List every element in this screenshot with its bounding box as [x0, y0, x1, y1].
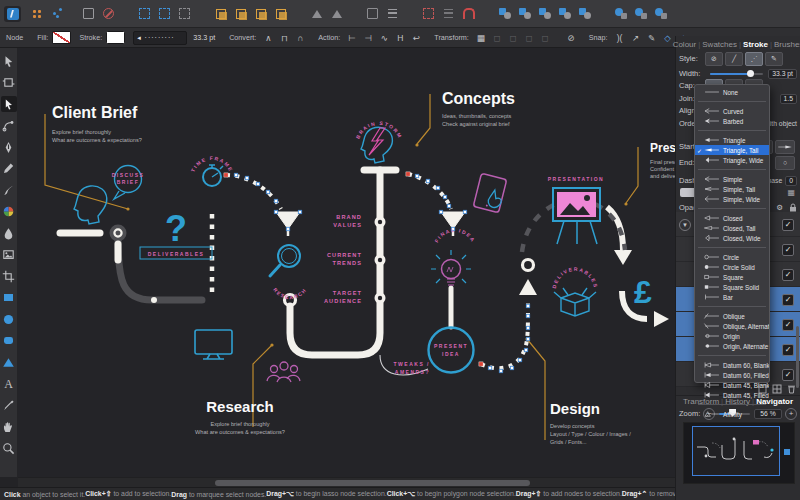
tab-colour[interactable]: Colour [673, 40, 697, 49]
insert-behind-icon[interactable] [212, 6, 229, 22]
boolean-divide-icon[interactable] [556, 6, 573, 22]
horizontal-scrollbar-thumb[interactable] [215, 480, 530, 486]
layer-visibility-checkbox[interactable]: ✓ [782, 294, 794, 306]
menu-item-circlesolid[interactable]: Circle Solid [695, 262, 769, 272]
tab-brushes[interactable]: Brushes [774, 40, 800, 49]
boolean-add-icon[interactable] [496, 6, 513, 22]
menu-item-tritall[interactable]: ✓Triangle, Tall [695, 145, 769, 155]
menu-item-curved[interactable]: Curved [695, 106, 769, 116]
flip-icon[interactable] [328, 6, 345, 22]
tablet-hand-icon[interactable] [473, 173, 506, 212]
layer-expand-icon[interactable]: ▼ [679, 219, 691, 231]
pixel-persona-icon[interactable] [24, 6, 41, 22]
funnel-markers[interactable] [276, 212, 465, 236]
select-object-icon[interactable] [156, 6, 173, 22]
flowchart-artwork[interactable]: Client Brief Explore brief thoroughly Wh… [18, 48, 676, 477]
style-brush-button[interactable]: ✎ [765, 52, 783, 66]
power-duplicate-icon[interactable] [652, 6, 669, 22]
place-image-tool[interactable] [1, 247, 17, 263]
zoom-in-button[interactable]: + [785, 408, 797, 420]
style-none-button[interactable]: ⊘ [705, 52, 723, 66]
vector-crop-tool[interactable] [1, 268, 17, 284]
layer-visibility-checkbox[interactable]: ✓ [782, 269, 794, 281]
menu-item-bar[interactable]: Bar [695, 292, 769, 302]
convert-to-curves-icon[interactable] [612, 6, 629, 22]
order-icon[interactable] [364, 6, 381, 22]
menu-item-datum45b[interactable]: Datum 45, Blank [695, 380, 769, 390]
menu-item-square[interactable]: Square [695, 272, 769, 282]
snapping-magnet-icon[interactable] [460, 6, 477, 22]
expand-stroke-icon[interactable] [632, 6, 649, 22]
menu-item-closedwide[interactable]: Closed, Wide [695, 233, 769, 243]
menu-item-triwide[interactable]: Triangle, Wide [695, 155, 769, 165]
replace-selection-icon[interactable] [272, 6, 289, 22]
people-icon[interactable] [267, 362, 300, 382]
stopwatch-icon[interactable] [203, 165, 223, 186]
insert-on-top-icon[interactable] [232, 6, 249, 22]
action-reverse-button[interactable]: ↩ [410, 31, 423, 45]
layer-visibility-checkbox[interactable]: ✓ [782, 369, 794, 381]
width-slider[interactable] [710, 73, 763, 75]
zoom-tool[interactable] [1, 440, 17, 456]
menu-item-closedtall[interactable]: Closed, Tall [695, 223, 769, 233]
pencil-tool[interactable] [1, 161, 17, 177]
transform-mode-button[interactable]: ▦ [474, 31, 487, 45]
action-break-button[interactable]: ⊢ [346, 31, 359, 45]
head-icon[interactable] [74, 186, 107, 224]
lock-icon[interactable] [789, 203, 797, 212]
menu-item-obliquealt[interactable]: Oblique, Alternate [695, 321, 769, 331]
menu-item-circle[interactable]: Circle [695, 252, 769, 262]
style-solid-button[interactable]: ╱ [725, 52, 743, 66]
stroke-swatch[interactable] [106, 31, 125, 44]
menu-item-simpletall[interactable]: Simple, Tall [695, 184, 769, 194]
layer-visibility-checkbox[interactable]: ✓ [782, 344, 794, 356]
easel-icon[interactable] [553, 188, 600, 244]
open-box-icon[interactable] [554, 288, 596, 316]
concepts-title[interactable]: Concepts [442, 90, 515, 107]
text-tool[interactable]: A [1, 376, 17, 392]
vector-brush-tool[interactable] [1, 182, 17, 198]
brainstorm-icon[interactable] [361, 127, 392, 163]
miter-value[interactable]: 1.5 [780, 94, 797, 104]
menu-item-tri[interactable]: Triangle [695, 135, 769, 145]
pen-tool[interactable] [1, 139, 17, 155]
view-tool[interactable] [1, 419, 17, 435]
pound-symbol[interactable]: £ [634, 274, 652, 310]
layer-visibility-checkbox[interactable]: ✓ [782, 319, 794, 331]
artboard-tool[interactable] [1, 75, 17, 91]
layer-visibility-checkbox[interactable]: ✓ [782, 244, 794, 256]
magnifier-icon[interactable] [270, 245, 300, 276]
colour-wheel-tool[interactable] [1, 204, 17, 220]
menu-item-origin[interactable]: Origin [695, 331, 769, 341]
insert-inside-icon[interactable] [252, 6, 269, 22]
presentation-title[interactable]: Presentation [650, 141, 676, 155]
alignment-icon[interactable] [384, 6, 401, 22]
boolean-intersect-icon[interactable] [536, 6, 553, 22]
panel-scrollbar-thumb[interactable] [796, 326, 799, 388]
ellipse-tool[interactable] [1, 311, 17, 327]
deselect-icon[interactable] [176, 6, 193, 22]
convert-smooth-button[interactable]: ⊓ [278, 31, 291, 45]
style-dash-button[interactable]: ⋰ [745, 52, 763, 66]
stroke-width-value[interactable]: 33.3 pt [193, 33, 215, 42]
action-join-button[interactable]: H [394, 31, 407, 45]
boolean-subtract-icon[interactable] [516, 6, 533, 22]
fill-tool[interactable] [1, 225, 17, 241]
preview-mode-icon[interactable] [100, 6, 117, 22]
menu-item-affinity[interactable]: Affinity [695, 409, 769, 419]
pressure-grid-icon[interactable]: ▦ [787, 188, 795, 197]
menu-item-barbed[interactable]: Barbed [695, 116, 769, 126]
export-persona-icon[interactable] [44, 6, 61, 22]
menu-item-originalt[interactable]: Origin, Alternate [695, 341, 769, 351]
pixel-grid-icon[interactable] [420, 6, 437, 22]
rotate-icon[interactable] [308, 6, 325, 22]
width-value[interactable]: 33.3 pt [768, 69, 797, 79]
group-icon[interactable] [772, 384, 782, 394]
convert-smart-button[interactable]: ∩ [294, 31, 307, 45]
corner-tool[interactable] [1, 118, 17, 134]
monitor-icon[interactable] [195, 330, 232, 359]
end-arrow-dropdown[interactable]: ○ [775, 156, 795, 170]
action-smooth-button[interactable]: ∿ [378, 31, 391, 45]
snap-pen-button[interactable]: ✎ [645, 31, 658, 45]
snap-curves-button[interactable]: )( [613, 31, 626, 45]
